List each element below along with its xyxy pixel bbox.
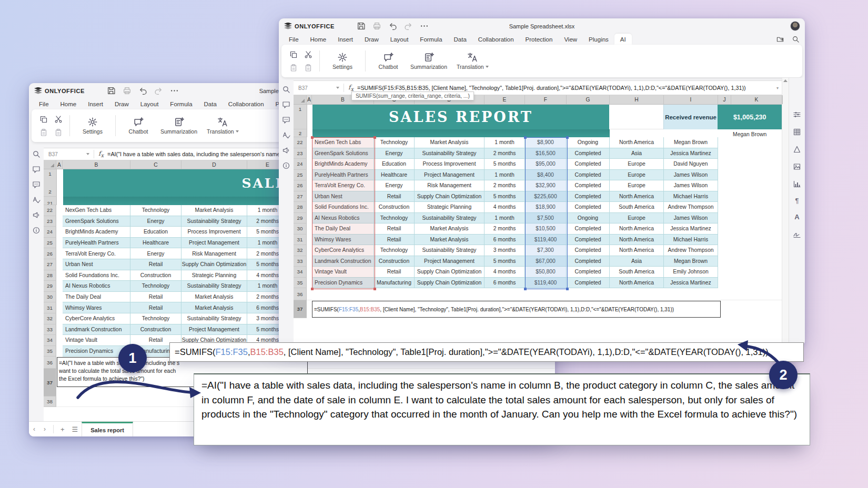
- cell[interactable]: GreenSpark Solutions: [63, 216, 130, 227]
- cell[interactable]: Completed: [567, 256, 610, 267]
- front-grid[interactable]: 1 SALES REPORT Received revenue $1,005,2…: [294, 105, 782, 345]
- cell[interactable]: Healthcare: [374, 170, 415, 181]
- sheet-tab-sales-report[interactable]: Sales report: [82, 422, 133, 436]
- cell[interactable]: [718, 256, 731, 267]
- cell[interactable]: [307, 159, 312, 170]
- cell[interactable]: [56, 216, 63, 227]
- about-icon[interactable]: [32, 226, 41, 235]
- cell[interactable]: Retail: [130, 259, 181, 270]
- menu-tab-ai[interactable]: AI: [614, 34, 632, 45]
- feedback-icon[interactable]: [32, 211, 41, 219]
- column-header[interactable]: D: [181, 160, 247, 169]
- partial-cell[interactable]: Megan Brown: [718, 129, 782, 137]
- copy-icon[interactable]: [39, 115, 48, 124]
- menu-tab-home[interactable]: Home: [55, 98, 83, 109]
- cell[interactable]: Retail: [130, 292, 181, 303]
- vertical-scrollbar[interactable]: [782, 78, 789, 345]
- cell[interactable]: [718, 148, 731, 159]
- sheet-next-icon[interactable]: ›: [39, 425, 50, 433]
- column-header[interactable]: F: [525, 95, 567, 104]
- cell[interactable]: [731, 256, 782, 267]
- cell[interactable]: $7,500: [525, 213, 567, 224]
- menu-tab-protection[interactable]: Protection: [520, 34, 559, 45]
- cut-icon[interactable]: [54, 115, 63, 124]
- cell[interactable]: [731, 202, 782, 213]
- chat-icon[interactable]: [32, 180, 41, 189]
- column-header[interactable]: H: [610, 95, 664, 104]
- cell[interactable]: Market Analysis: [181, 205, 247, 216]
- cell[interactable]: [718, 159, 731, 170]
- cell[interactable]: [731, 170, 782, 181]
- cell[interactable]: [56, 248, 63, 259]
- cell[interactable]: $67,000: [525, 256, 567, 267]
- cell[interactable]: Risk Management: [181, 248, 247, 259]
- cell[interactable]: Jessica Martinez: [664, 148, 718, 159]
- cell[interactable]: [56, 238, 63, 249]
- cell[interactable]: James Wilson: [664, 180, 718, 191]
- cell[interactable]: Urban Nest: [63, 259, 130, 270]
- column-header[interactable]: A: [307, 95, 312, 104]
- row-header[interactable]: 22: [44, 205, 56, 216]
- row-header[interactable]: 2: [48, 189, 51, 195]
- cell-reference-dropdown-icon[interactable]: [336, 87, 339, 89]
- cell[interactable]: Precision Dynamics: [312, 278, 374, 289]
- search-icon[interactable]: [32, 150, 41, 158]
- cell[interactable]: [731, 235, 782, 246]
- cell[interactable]: Completed: [567, 223, 610, 235]
- cell[interactable]: North America: [610, 137, 664, 148]
- scroll-up-icon[interactable]: [783, 79, 788, 82]
- cell[interactable]: 2 months: [485, 148, 525, 159]
- front-active-cell-formula[interactable]: =SUMIFS(F15:F35,B15:B35, [Client Name], …: [312, 301, 721, 318]
- menu-tab-file[interactable]: File: [33, 98, 55, 109]
- cell[interactable]: $7,300: [525, 245, 567, 256]
- cell[interactable]: Jessica Martinez: [664, 223, 718, 235]
- cell[interactable]: Vintage Vault: [63, 335, 130, 346]
- cell[interactable]: Construction: [374, 256, 415, 267]
- cell[interactable]: Sustainability Strategy: [181, 281, 247, 292]
- cell[interactable]: Healthcare: [130, 238, 181, 249]
- cell[interactable]: GreenSpark Solutions: [312, 148, 374, 159]
- cell[interactable]: [731, 213, 782, 224]
- cell[interactable]: [307, 256, 312, 267]
- cell[interactable]: [718, 245, 731, 256]
- received-revenue-label[interactable]: Received revenue: [663, 105, 718, 129]
- menu-tab-collaboration[interactable]: Collaboration: [472, 34, 520, 45]
- cell[interactable]: [718, 202, 731, 213]
- search-icon[interactable]: [792, 35, 800, 43]
- more-icon[interactable]: [420, 22, 429, 30]
- feedback-icon[interactable]: [282, 146, 290, 155]
- cell[interactable]: Project Management: [181, 238, 247, 249]
- cell[interactable]: Retail: [374, 223, 415, 235]
- more-icon[interactable]: [170, 86, 179, 95]
- formula-bar-expand-icon[interactable]: ▾: [776, 86, 779, 90]
- cell[interactable]: Andrew Thompson: [664, 202, 718, 213]
- cell[interactable]: Completed: [567, 245, 610, 256]
- cell[interactable]: [731, 223, 782, 235]
- menu-tab-formula[interactable]: Formula: [414, 34, 448, 45]
- column-header[interactable]: K: [731, 95, 782, 104]
- cell[interactable]: Completed: [567, 159, 610, 170]
- cell[interactable]: 6 months: [485, 278, 525, 289]
- cell[interactable]: Process Improvement: [415, 159, 485, 170]
- cell[interactable]: North America: [610, 223, 664, 235]
- sheet-list-icon[interactable]: ☰: [68, 425, 82, 433]
- about-icon[interactable]: [282, 161, 290, 170]
- cell[interactable]: [56, 292, 63, 303]
- cell[interactable]: Sustainability Strategy: [415, 245, 485, 256]
- cell[interactable]: Strategic Planning: [415, 202, 485, 213]
- cell[interactable]: 5 months: [485, 256, 525, 267]
- row-header[interactable]: 23: [44, 216, 56, 227]
- cell[interactable]: [307, 278, 312, 289]
- cell[interactable]: [56, 227, 63, 238]
- cell[interactable]: [718, 170, 731, 181]
- cell[interactable]: Technology: [374, 245, 415, 256]
- cell[interactable]: [731, 159, 782, 170]
- cell[interactable]: [731, 267, 782, 278]
- cell[interactable]: [307, 180, 312, 191]
- cell[interactable]: Sustainability Strategy: [415, 148, 485, 159]
- cell[interactable]: [56, 205, 63, 216]
- cell[interactable]: 6 months: [485, 235, 525, 246]
- cell[interactable]: Whimsy Wares: [312, 235, 374, 246]
- cell[interactable]: [731, 191, 782, 202]
- cell[interactable]: Ongoing: [567, 213, 610, 224]
